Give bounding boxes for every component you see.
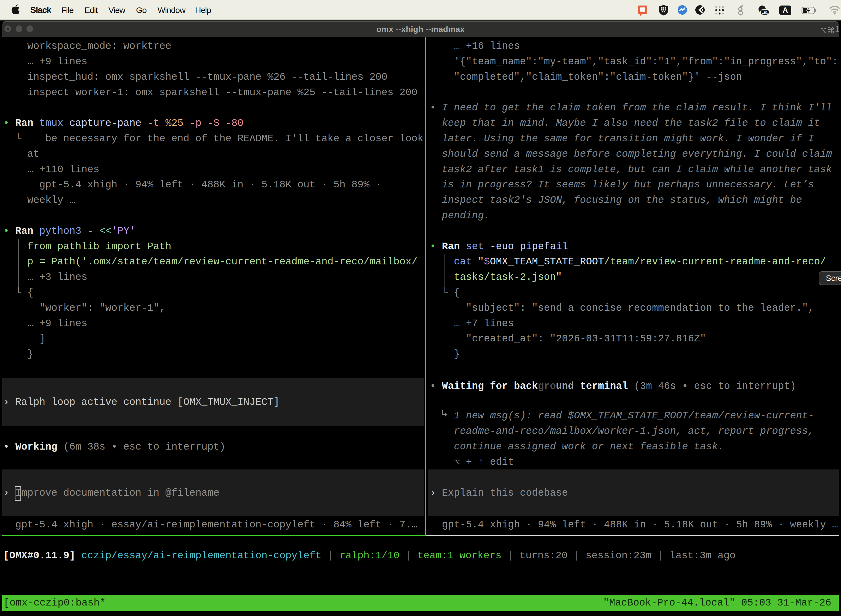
svg-text:..61: ..61	[762, 10, 768, 15]
